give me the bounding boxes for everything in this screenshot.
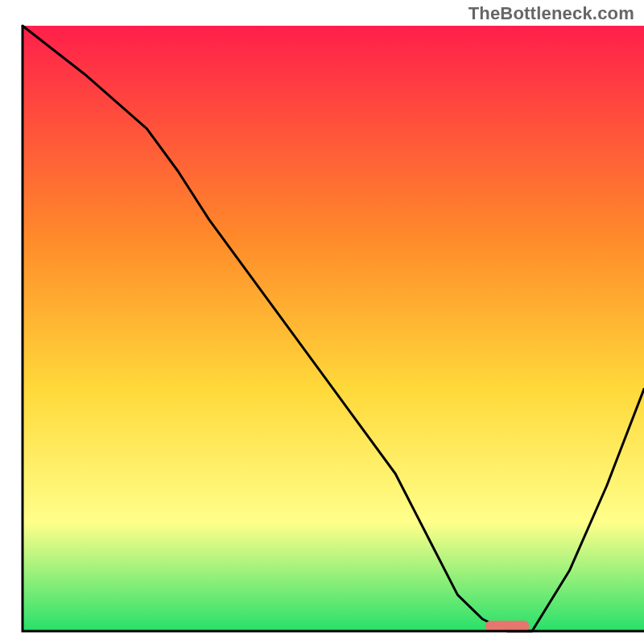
- plot-background: [23, 26, 644, 631]
- chart-container: { "attribution": "TheBottleneck.com", "c…: [0, 0, 644, 644]
- bottleneck-chart: [0, 0, 644, 644]
- attribution-text: TheBottleneck.com: [469, 3, 634, 24]
